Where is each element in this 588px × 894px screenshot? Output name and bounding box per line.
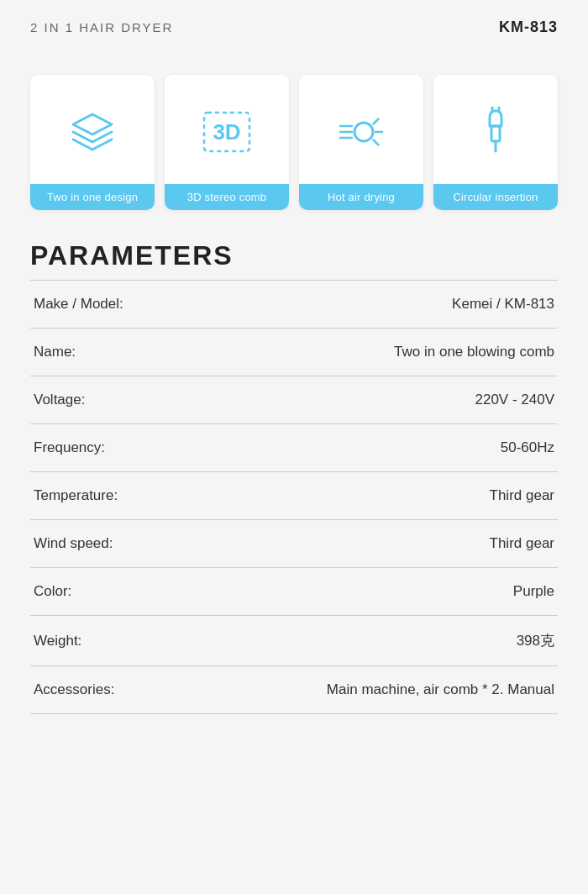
param-value: Purple [294, 568, 558, 616]
table-row: Name:Two in one blowing comb [30, 329, 558, 376]
header: 2 IN 1 HAIR DRYER KM-813 [30, 0, 558, 51]
3d-icon: 3D [197, 103, 256, 161]
feature-icon-area [30, 75, 155, 184]
table-row: Frequency:50-60Hz [30, 424, 558, 472]
param-label: Accessories: [30, 666, 294, 714]
param-label: Frequency: [30, 424, 294, 472]
param-label: Voltage: [30, 376, 294, 424]
svg-point-2 [354, 123, 373, 141]
table-row: Weight:398克 [30, 616, 558, 666]
svg-rect-11 [491, 126, 500, 141]
param-value: Main machine, air comb * 2. Manual [294, 666, 558, 714]
header-title: 2 IN 1 HAIR DRYER [30, 20, 173, 34]
plug-icon [466, 103, 525, 161]
param-label: Temperature: [30, 472, 294, 520]
param-value: Kemei / KM-813 [294, 281, 558, 329]
svg-line-4 [374, 119, 379, 124]
feature-card-circular: Circular insertion [433, 75, 558, 210]
header-model: KM-813 [499, 18, 558, 36]
feature-label-circular: Circular insertion [433, 184, 558, 210]
param-value: Third gear [294, 520, 558, 568]
hot-air-icon [332, 103, 391, 161]
feature-card-two-in-one: Two in one design [30, 75, 155, 210]
param-value: Two in one blowing comb [294, 329, 558, 376]
param-label: Wind speed: [30, 520, 294, 568]
param-value: Third gear [294, 472, 558, 520]
table-row: Temperature:Third gear [30, 472, 558, 520]
svg-text:3D: 3D [213, 119, 240, 145]
layers-icon [63, 103, 122, 161]
feature-card-hot-air: Hot air drying [299, 75, 423, 210]
table-row: Color:Purple [30, 568, 558, 616]
param-label: Color: [30, 568, 294, 616]
features-row: Two in one design 3D 3D stereo comb [30, 75, 558, 210]
param-label: Name: [30, 329, 294, 376]
table-row: Accessories:Main machine, air comb * 2. … [30, 666, 558, 714]
parameters-table: Make / Model:Kemei / KM-813Name:Two in o… [30, 281, 558, 714]
feature-label-two-in-one: Two in one design [30, 184, 155, 210]
feature-icon-area-hot-air [299, 75, 423, 184]
feature-label-hot-air: Hot air drying [299, 184, 423, 210]
param-label: Weight: [30, 616, 294, 666]
param-label: Make / Model: [30, 281, 294, 329]
parameters-title: PARAMETERS [30, 240, 558, 271]
table-row: Make / Model:Kemei / KM-813 [30, 281, 558, 329]
svg-line-5 [374, 140, 379, 145]
param-value: 220V - 240V [294, 376, 558, 424]
table-row: Wind speed:Third gear [30, 520, 558, 568]
feature-label-3d-comb: 3D stereo comb [165, 184, 289, 210]
feature-icon-area-3d: 3D [165, 75, 289, 184]
table-row: Voltage:220V - 240V [30, 376, 558, 424]
param-value: 398克 [294, 616, 558, 666]
parameters-section: PARAMETERS Make / Model:Kemei / KM-813Na… [30, 240, 558, 714]
feature-icon-area-circular [433, 75, 558, 184]
page: 2 IN 1 HAIR DRYER KM-813 Two in one desi… [0, 0, 588, 894]
feature-card-3d-comb: 3D 3D stereo comb [165, 75, 289, 210]
param-value: 50-60Hz [294, 424, 558, 472]
